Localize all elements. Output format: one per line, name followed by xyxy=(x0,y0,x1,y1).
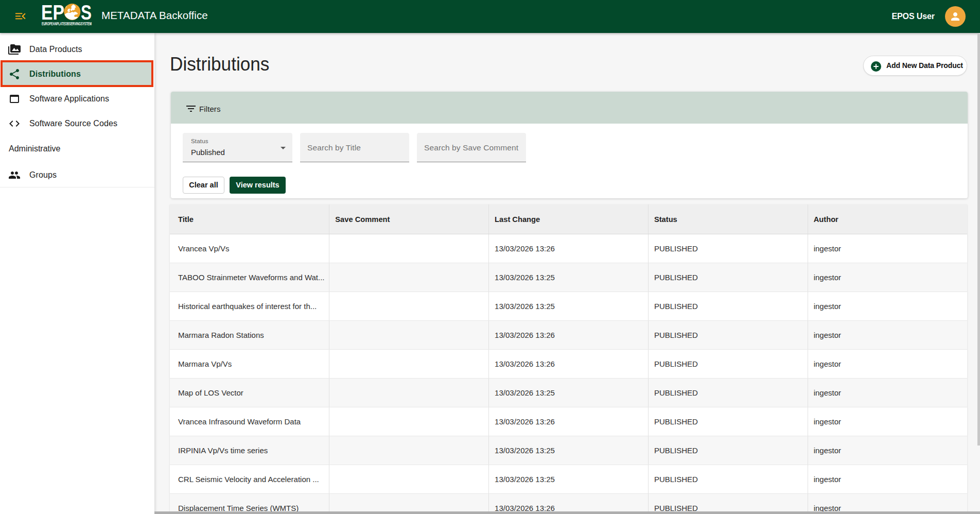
svg-text:EUROPEANPLATEOBSERVINGSYSTEM: EUROPEANPLATEOBSERVINGSYSTEM xyxy=(42,21,92,26)
